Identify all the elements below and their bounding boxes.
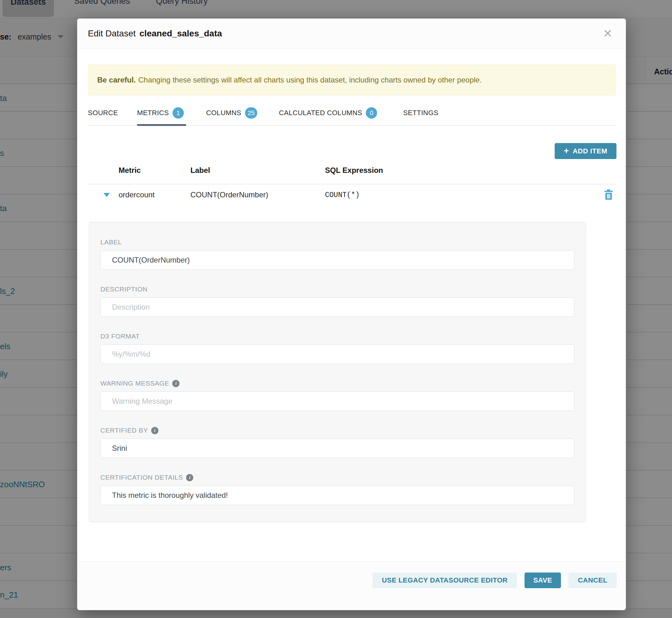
trash-icon[interactable] bbox=[603, 189, 614, 201]
label-input[interactable] bbox=[100, 250, 574, 270]
metric-name-cell: ordercount bbox=[119, 190, 155, 199]
column-header-sql-expression: SQL Expression bbox=[325, 166, 383, 175]
save-button[interactable]: SAVE bbox=[524, 573, 561, 588]
d3-format-input[interactable] bbox=[100, 344, 574, 364]
use-legacy-datasource-editor-button[interactable]: USE LEGACY DATASOURCE EDITOR bbox=[372, 573, 517, 588]
screen: Datasets Saved Queries Query History se:… bbox=[0, 0, 672, 618]
info-icon[interactable]: i bbox=[172, 380, 179, 387]
d3-format-field-label: D3 FORMAT bbox=[100, 332, 139, 340]
expander-caret-icon[interactable] bbox=[104, 193, 110, 197]
modal-title: Edit Dataset cleaned_sales_data bbox=[88, 18, 222, 48]
tab-metrics[interactable]: METRICS 1 bbox=[137, 100, 184, 126]
table-header-divider bbox=[88, 184, 616, 185]
tab-source[interactable]: SOURCE bbox=[88, 100, 118, 126]
description-field-label: DESCRIPTION bbox=[100, 286, 148, 293]
info-icon[interactable]: i bbox=[186, 474, 193, 481]
add-item-button[interactable]: + ADD ITEM bbox=[555, 143, 616, 159]
modal-header: Edit Dataset cleaned_sales_data ✕ bbox=[77, 18, 626, 48]
close-icon[interactable]: ✕ bbox=[599, 25, 616, 42]
metric-label-cell: COUNT(OrderNumber) bbox=[190, 190, 268, 199]
field-group-certification-details: CERTIFICATION DETAILS i bbox=[100, 473, 574, 505]
cancel-button[interactable]: CANCEL bbox=[568, 573, 617, 588]
description-input[interactable] bbox=[100, 297, 574, 317]
metric-detail-panel: LABEL DESCRIPTION D3 FORMAT WARNING MESS… bbox=[89, 222, 586, 522]
tab-columns[interactable]: COLUMNS 25 bbox=[206, 100, 257, 126]
warning-message-field-label: WARNING MESSAGE bbox=[100, 380, 169, 387]
field-group-certified-by: CERTIFIED BY i bbox=[100, 426, 574, 458]
label-field-label: LABEL bbox=[100, 238, 122, 246]
info-icon[interactable]: i bbox=[151, 427, 159, 434]
modal-footer: USE LEGACY DATASOURCE EDITOR SAVE CANCEL bbox=[77, 561, 626, 610]
warning-banner: Be careful.Changing these settings will … bbox=[88, 64, 616, 96]
warning-banner-bold: Be careful. bbox=[97, 76, 136, 84]
plus-icon: + bbox=[564, 147, 569, 155]
field-group-warning-message: WARNING MESSAGE i bbox=[100, 379, 574, 411]
dataset-name: cleaned_sales_data bbox=[139, 28, 222, 38]
field-group-label: LABEL bbox=[100, 238, 574, 270]
column-header-metric: Metric bbox=[119, 166, 141, 175]
edit-dataset-modal: Edit Dataset cleaned_sales_data ✕ Be car… bbox=[77, 18, 626, 610]
field-group-d3-format: D3 FORMAT bbox=[100, 332, 574, 364]
active-tab-underline bbox=[137, 124, 186, 126]
modal-tab-bar: SOURCE METRICS 1 COLUMNS 25 CALCULATED C… bbox=[88, 100, 616, 126]
columns-count-badge: 25 bbox=[245, 107, 257, 119]
modal-title-prefix: Edit Dataset bbox=[88, 28, 136, 38]
tab-settings[interactable]: SETTINGS bbox=[403, 100, 438, 126]
certification-details-input[interactable] bbox=[100, 486, 574, 505]
warning-message-input[interactable] bbox=[100, 392, 574, 411]
column-header-label: Label bbox=[190, 166, 210, 175]
certified-by-input[interactable] bbox=[100, 438, 574, 458]
metric-sql-cell: COUNT(*) bbox=[325, 191, 360, 199]
certification-details-field-label: CERTIFICATION DETAILS bbox=[100, 474, 183, 481]
warning-banner-text: Changing these settings will affect all … bbox=[138, 76, 482, 84]
tab-calculated-columns[interactable]: CALCULATED COLUMNS 0 bbox=[279, 100, 377, 126]
certified-by-field-label: CERTIFIED BY bbox=[100, 427, 148, 434]
metrics-count-badge: 1 bbox=[173, 107, 184, 119]
calculated-columns-count-badge: 0 bbox=[366, 107, 377, 119]
field-group-description: DESCRIPTION bbox=[100, 285, 574, 317]
